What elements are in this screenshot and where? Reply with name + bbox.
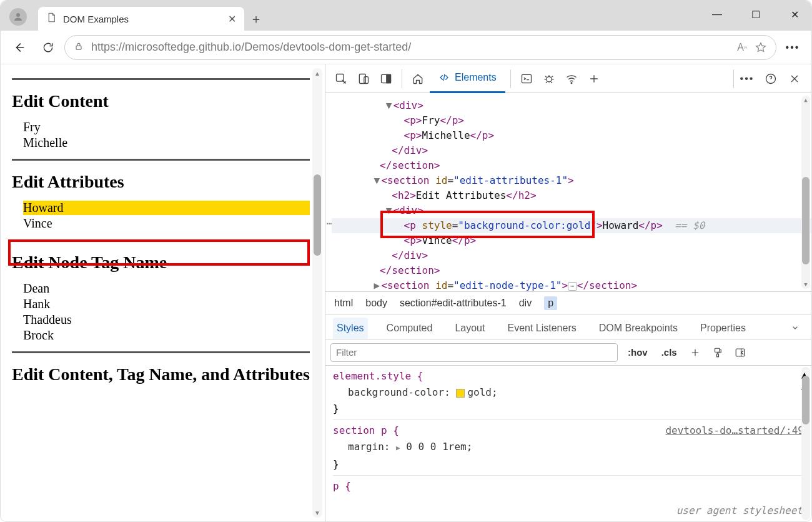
toggle-computed-sidebar-icon[interactable] <box>732 344 748 361</box>
svg-point-8 <box>547 76 552 81</box>
browser-toolbar: https://microsoftedge.github.io/Demos/de… <box>1 31 811 64</box>
devtools-panel: Elements ••• ▼<div> <p>Fry</p <box>325 64 811 521</box>
help-button[interactable] <box>760 68 781 89</box>
styles-rules-pane[interactable]: element.style { background-color: gold; … <box>325 366 811 521</box>
page-scrollbar[interactable]: ▲ ▼ <box>312 68 322 518</box>
event-listeners-tab[interactable]: Event Listeners <box>503 318 580 339</box>
page-file-icon <box>46 12 57 26</box>
window-titlebar: DOM Examples ✕ ＋ — ☐ ✕ <box>1 1 811 31</box>
dom-breakpoints-tab[interactable]: DOM Breakpoints <box>595 318 681 339</box>
address-bar[interactable]: https://microsoftedge.github.io/Demos/de… <box>64 35 776 60</box>
name-item[interactable]: Fry <box>23 120 310 134</box>
back-button[interactable] <box>7 35 32 60</box>
arrow-left-icon <box>12 41 26 54</box>
svg-rect-3 <box>359 74 365 83</box>
css-property[interactable]: margin <box>348 441 384 453</box>
styles-filter-input[interactable] <box>330 343 618 362</box>
page-scroll-thumb[interactable] <box>314 174 321 256</box>
css-property[interactable]: background-color <box>348 386 444 398</box>
heading-edit-attributes: Edit Attributes <box>12 172 310 192</box>
elements-scroll-thumb[interactable] <box>802 177 810 264</box>
elements-dom-tree[interactable]: ▼<div> <p>Fry</p> <p>Michelle</p> </div>… <box>325 93 811 292</box>
rule-selector: p { <box>333 480 351 492</box>
name-item[interactable]: Hank <box>23 297 310 311</box>
computed-tab[interactable]: Computed <box>383 318 437 339</box>
name-item[interactable]: Thaddeus <box>23 313 310 327</box>
name-item[interactable]: Vince <box>23 216 310 231</box>
window-minimize-button[interactable]: — <box>706 6 728 23</box>
svg-point-0 <box>16 13 20 17</box>
styles-scrollbar[interactable]: ▲ ▼ <box>801 367 810 520</box>
minimize-icon: — <box>712 9 722 20</box>
close-devtools-button[interactable] <box>784 68 805 89</box>
scroll-up-arrow-icon[interactable]: ▲ <box>801 96 810 104</box>
breadcrumb-item[interactable]: section#edit-attributes-1 <box>400 298 507 309</box>
console-tab-icon[interactable] <box>516 68 537 89</box>
more-tabs-plus-icon[interactable] <box>583 68 605 89</box>
refresh-button[interactable] <box>36 35 61 60</box>
tab-title: DOM Examples <box>63 14 220 24</box>
more-styles-tabs-icon[interactable] <box>786 319 804 339</box>
close-icon: ✕ <box>791 9 799 21</box>
collapsed-ellipsis-icon[interactable]: ⋯ <box>568 282 577 291</box>
person-icon <box>12 11 24 23</box>
toggle-paint-icon[interactable] <box>710 344 726 361</box>
devtools-toolbar: Elements ••• <box>325 64 811 93</box>
styles-tab[interactable]: Styles <box>333 318 368 339</box>
tab-close-icon[interactable]: ✕ <box>227 14 237 24</box>
window-close-button[interactable]: ✕ <box>784 6 805 23</box>
toggle-class-button[interactable]: .cls <box>658 344 681 360</box>
expand-shorthand-icon[interactable]: ▶ <box>396 444 400 452</box>
rule-selector: section p { <box>333 424 399 436</box>
inspect-element-button[interactable] <box>330 68 352 89</box>
heading-edit-node-tag: Edit Node Tag Name <box>12 253 310 273</box>
dock-side-button[interactable] <box>375 68 397 89</box>
lock-icon <box>74 41 84 54</box>
styles-toolbar: :hov .cls <box>325 339 811 366</box>
sources-bug-icon[interactable] <box>538 68 560 89</box>
rendered-page-pane: Edit Content Fry Michelle Edit Attribute… <box>1 64 325 521</box>
styles-scroll-thumb[interactable] <box>802 376 810 424</box>
refresh-icon <box>42 41 54 54</box>
selected-line-menu-icon[interactable]: ⋯ <box>327 218 338 228</box>
elements-scrollbar[interactable]: ▲ ▼ <box>801 96 810 289</box>
dom-breadcrumb: html body section#edit-attributes-1 div … <box>325 292 811 314</box>
scroll-down-arrow-icon[interactable]: ▼ <box>801 280 810 289</box>
read-aloud-icon[interactable]: A» <box>737 42 747 53</box>
elements-tab[interactable]: Elements <box>430 64 505 93</box>
toggle-hover-button[interactable]: :hov <box>624 344 651 360</box>
color-swatch-icon[interactable] <box>456 389 465 398</box>
name-item[interactable]: Dean <box>23 281 310 296</box>
css-value[interactable]: 0 0 0 1rem; <box>406 441 472 453</box>
name-item[interactable]: Michelle <box>23 136 310 150</box>
svg-rect-12 <box>716 354 718 357</box>
css-value[interactable]: gold; <box>467 386 497 398</box>
customize-devtools-button[interactable]: ••• <box>736 68 758 89</box>
settings-more-button[interactable]: ••• <box>780 35 805 60</box>
new-tab-button[interactable]: ＋ <box>244 7 268 31</box>
layout-tab[interactable]: Layout <box>451 318 488 339</box>
device-toolbar-button[interactable] <box>353 68 374 89</box>
svg-rect-4 <box>364 76 369 83</box>
breadcrumb-item[interactable]: html <box>334 298 353 309</box>
name-item-highlighted[interactable]: Howard <box>23 201 310 215</box>
selected-dom-node[interactable]: <p style="background-color:gold">Howard<… <box>332 218 811 233</box>
welcome-tab[interactable] <box>407 68 428 89</box>
name-item[interactable]: Brock <box>23 328 310 343</box>
stylesheet-source-link[interactable]: devtools-do…started/:49 <box>665 423 804 439</box>
scroll-up-arrow-icon[interactable]: ▲ <box>312 68 322 78</box>
profile-avatar[interactable] <box>9 8 27 26</box>
breadcrumb-item[interactable]: body <box>365 298 387 309</box>
new-style-rule-button[interactable] <box>687 344 703 361</box>
breadcrumb-item[interactable]: div <box>519 298 532 309</box>
window-maximize-button[interactable]: ☐ <box>745 6 766 23</box>
properties-tab[interactable]: Properties <box>696 318 750 339</box>
favorite-star-icon[interactable] <box>755 41 767 54</box>
user-agent-stylesheet-label: user agent stylesheet <box>676 503 803 519</box>
svg-rect-11 <box>715 348 720 352</box>
scroll-down-arrow-icon[interactable]: ▼ <box>312 508 322 518</box>
browser-tab-active[interactable]: DOM Examples ✕ <box>38 7 244 31</box>
breadcrumb-item-selected[interactable]: p <box>544 296 557 310</box>
network-wifi-icon[interactable] <box>561 68 582 89</box>
ellipsis-icon: ••• <box>786 42 800 53</box>
